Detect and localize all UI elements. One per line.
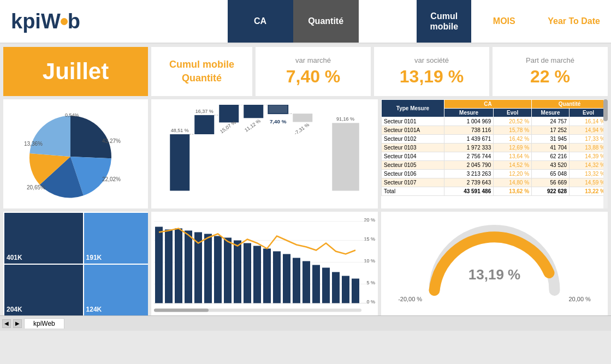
cell-secteur: Secteur 0107: [382, 178, 444, 187]
svg-text:16,37 %: 16,37 %: [195, 109, 213, 114]
svg-text:48,51 %: 48,51 %: [171, 128, 189, 133]
part-marche-value: 22 %: [530, 67, 570, 87]
svg-text:5 %: 5 %: [366, 280, 375, 285]
cell-qty-mesure: 43 520: [532, 161, 570, 170]
cell-qty-evol: 13,88 %: [570, 144, 608, 152]
scrollbar-track[interactable]: [603, 99, 608, 208]
cell-qty-evol: 14,32 %: [570, 161, 608, 170]
svg-text:91,16 %: 91,16 %: [336, 116, 354, 122]
tab-mois[interactable]: MOIS: [471, 0, 537, 43]
svg-rect-17: [268, 105, 288, 114]
table-row: Secteur 0105 2 045 790 14,52 % 43 520 14…: [382, 161, 608, 170]
table-wrapper[interactable]: Type Mesure CA Quantité Mesure Evol Mesu…: [381, 99, 608, 207]
th-qty-evol: Evol: [570, 109, 608, 117]
svg-rect-38: [185, 231, 192, 303]
cell-secteur: Secteur 0101: [382, 117, 444, 126]
gauge-min: -20,00 %: [398, 296, 422, 302]
table-row: Secteur 0102 1 439 671 16,42 % 31 945 17…: [382, 135, 608, 144]
header: kpiWb CA Quantité Cumulmobile MOIS Year …: [0, 0, 611, 44]
var-societe-value: 13,19 %: [400, 67, 464, 87]
th-ca-mesure: Mesure: [444, 109, 493, 117]
tab-kpiweb[interactable]: kpiWeb: [24, 318, 64, 329]
tab-prev-btn[interactable]: ◀: [2, 319, 11, 328]
cumul-line2: Quantité: [182, 71, 222, 85]
svg-rect-35: [155, 227, 163, 303]
cell-qty-mesure: 922 628: [532, 187, 570, 196]
svg-text:0,54%: 0,54%: [65, 112, 79, 118]
gauge-container: 13,19 % -20,00 % 20,00 %: [381, 212, 608, 315]
cell-ca-mesure: 43 591 486: [444, 187, 493, 196]
svg-text:43,27%: 43,27%: [102, 138, 121, 144]
bar-line-svg: 20 % 15 % 10 % 5 % 0 %: [151, 212, 378, 315]
cell-qty-evol: 17,33 %: [570, 135, 608, 144]
tab-ca[interactable]: CA: [228, 0, 293, 43]
svg-text:-7,31 %: -7,31 %: [293, 122, 310, 136]
cell-qty-mesure: 65 048: [532, 170, 570, 178]
cell-ca-mesure: 738 116: [444, 126, 493, 135]
scrollbar-thumb[interactable]: [603, 99, 608, 121]
tab-quantite[interactable]: Quantité: [293, 0, 359, 43]
tab-cumul-mobile[interactable]: Cumulmobile: [417, 0, 471, 43]
cell-secteur: Secteur 0101A: [382, 126, 444, 135]
svg-rect-55: [352, 279, 359, 303]
card-part-marche: Part de marché 22 %: [493, 47, 608, 96]
svg-rect-5: [170, 134, 189, 191]
cell-ca-mesure: 1 004 969: [444, 117, 493, 126]
cell-ca-mesure: 3 213 263: [444, 170, 493, 178]
chart-pie: 43,27% 22,02% 20,65% 13,36% 0,54%: [3, 99, 148, 208]
cell-qty-mesure: 41 704: [532, 144, 570, 152]
svg-rect-46: [263, 249, 271, 303]
svg-rect-10: [219, 105, 239, 122]
th-ca: CA: [444, 100, 531, 109]
svg-rect-51: [312, 265, 320, 303]
treemap-cell-2: 191K: [84, 213, 148, 264]
pie-svg: 43,27% 22,02% 20,65% 13,36% 0,54%: [21, 105, 130, 203]
svg-text:22,02%: 22,02%: [102, 176, 121, 182]
cell-ca-mesure: 1 972 333: [444, 144, 493, 152]
table-row: Secteur 0101 1 004 969 20,52 % 24 757 16…: [382, 117, 608, 126]
cell-secteur: Secteur 0106: [382, 170, 444, 178]
svg-text:11,12 %: 11,12 %: [244, 118, 262, 133]
summary-row: Juillet Cumul mobile Quantité var marché…: [3, 47, 608, 96]
cell-qty-mesure: 17 252: [532, 126, 570, 135]
cell-ca-mesure: 2 739 643: [444, 178, 493, 187]
tab-year-to-date[interactable]: Year To Date: [537, 0, 611, 43]
treemap-label-2: 191K: [86, 254, 102, 261]
cell-qty-evol: 14,59 %: [570, 178, 608, 187]
logo-area: kpiWb: [0, 0, 169, 43]
table-row: Secteur 0104 2 756 744 13,64 % 62 216 14…: [382, 152, 608, 161]
svg-rect-44: [244, 243, 251, 303]
cell-ca-evol: 20,52 %: [494, 117, 532, 126]
tab-next-btn[interactable]: ▶: [13, 319, 22, 328]
cumul-line1: Cumul mobile: [169, 58, 234, 71]
cell-secteur: Secteur 0102: [382, 135, 444, 144]
svg-rect-40: [204, 234, 212, 303]
cell-qty-evol: 14,39 %: [570, 152, 608, 161]
cell-ca-evol: 12,69 %: [494, 144, 532, 152]
treemap-cell-1: 401K: [4, 213, 83, 264]
svg-text:13,19 %: 13,19 %: [468, 266, 520, 283]
gauge-svg: 13,19 %: [381, 225, 608, 301]
table-row: Total 43 591 486 13,62 % 922 628 13,22 %: [382, 187, 608, 196]
svg-text:10 %: 10 %: [364, 258, 375, 264]
svg-rect-36: [165, 230, 173, 303]
svg-rect-23: [332, 123, 359, 190]
month-label: Juillet: [43, 58, 109, 85]
cell-ca-evol: 16,42 %: [494, 135, 532, 144]
chart-waterfall: 48,51 % 16,37 % 15,07 % 11,12 % 7,40 % -…: [151, 99, 378, 208]
svg-rect-42: [224, 238, 232, 303]
cell-qty-mesure: 62 216: [532, 152, 570, 161]
treemap-cell-4: 124K: [84, 265, 148, 315]
var-societe-label: var société: [414, 56, 449, 64]
treemap-label-4: 124K: [86, 306, 102, 313]
cell-ca-evol: 14,80 %: [494, 178, 532, 187]
svg-rect-49: [293, 258, 300, 303]
cell-secteur: Secteur 0103: [382, 144, 444, 152]
var-marche-value: 7,40 %: [286, 67, 341, 87]
th-ca-evol: Evol: [494, 109, 532, 117]
waterfall-svg: 48,51 % 16,37 % 15,07 % 11,12 % 7,40 % -…: [151, 99, 378, 208]
svg-rect-41: [214, 236, 222, 303]
cell-ca-mesure: 1 439 671: [444, 135, 493, 144]
cell-qty-evol: 13,22 %: [570, 187, 608, 196]
cell-qty-mesure: 31 945: [532, 135, 570, 144]
